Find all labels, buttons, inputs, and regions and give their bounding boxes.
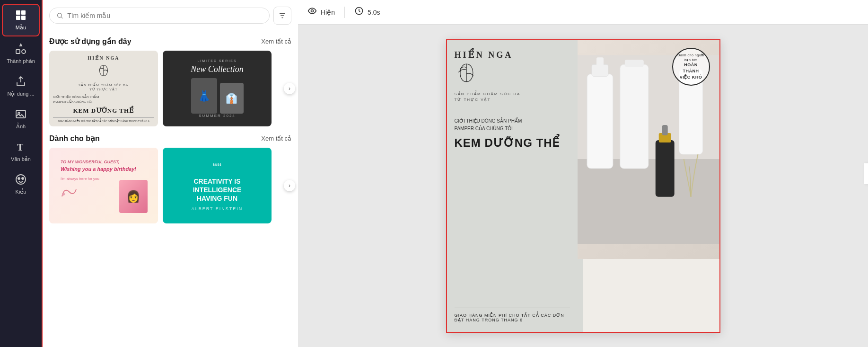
topbar-visible[interactable]: Hiện xyxy=(307,6,335,18)
sidebar-item-label-van-ban: Văn bản xyxy=(11,156,31,162)
svg-rect-0 xyxy=(16,10,20,15)
clock-icon xyxy=(354,6,364,18)
canvas-container: HIỂN NGA SẢN PHẨM CHĂM SÓC DA TỪ THỰC VẬ… xyxy=(298,25,868,347)
section1-title: Được sử dụng gần đây xyxy=(49,37,132,46)
svg-point-14 xyxy=(311,10,314,12)
section1-next-button[interactable]: › xyxy=(284,83,295,94)
birthday-content: TO MY WONDERFUL GUEST, Wishing you a hap… xyxy=(55,153,152,218)
t4-quote-text: CREATIVITY IS INTELLIGENCE HAVING FUN xyxy=(193,177,242,203)
sidebar-item-thanh-phan[interactable]: Thành phần xyxy=(2,38,40,69)
sidebar-item-label-anh: Ảnh xyxy=(16,124,26,130)
template-card-birthday[interactable]: TO MY WONDERFUL GUEST, Wishing you a hap… xyxy=(49,148,158,223)
panel-content: Được sử dụng gần đây Xem tất cả HIỂN NGA… xyxy=(43,29,298,347)
canvas-leaf-icon xyxy=(455,62,570,89)
birthday-deco xyxy=(60,185,79,199)
svg-text:T: T xyxy=(17,142,24,152)
filter-icon xyxy=(278,11,287,20)
birthday-footer: 👩 xyxy=(119,180,148,213)
top-bar: Hiện 5.0s xyxy=(298,0,868,25)
svg-rect-25 xyxy=(662,125,668,135)
svg-rect-20 xyxy=(596,57,604,67)
stamp-line5: VIỆC KHÓ xyxy=(680,74,702,80)
svg-rect-1 xyxy=(21,10,26,15)
sidebar-item-label-mau: Mẫu xyxy=(16,25,26,31)
canvas-stamp: Dành cho người bạn bè: HOÀN THÀNH VIỆC K… xyxy=(672,48,710,86)
sidebar-item-kieu[interactable]: Kiểu xyxy=(2,169,40,200)
sidebar-item-van-ban[interactable]: T Văn bản xyxy=(2,136,40,167)
topbar-duration-label: 5.0s xyxy=(368,9,380,16)
svg-point-9 xyxy=(16,175,26,184)
template-card-quote[interactable]: ““ CREATIVITY IS INTELLIGENCE HAVING FUN… xyxy=(163,148,272,223)
svg-point-10 xyxy=(18,178,20,179)
visible-icon xyxy=(307,6,317,18)
stamp-line1: Dành cho người xyxy=(677,53,704,58)
canvas-intro-text: GIỚI THIỆU DÒNG SẢN PHẨM PAMPER CỦA CHÚN… xyxy=(455,117,570,133)
template-card-cosmetic[interactable]: HIỂN NGA SẢN PHẨM CHĂM SÓC DA TỪ THỰC VẬ… xyxy=(49,51,158,126)
svg-rect-4 xyxy=(16,50,20,53)
topbar-visible-label: Hiện xyxy=(321,9,335,16)
canvas-product-name: KEM DƯỠNG THỂ xyxy=(455,136,570,150)
stamp-line2: bạn bè: xyxy=(684,58,697,62)
for-you-templates-row: TO MY WONDERFUL GUEST, Wishing you a hap… xyxy=(49,148,291,223)
t2-title: New Collection xyxy=(191,64,244,74)
stamp-line3: HOÀN xyxy=(684,62,698,68)
canvas-slide[interactable]: HIỂN NGA SẢN PHẨM CHĂM SÓC DA TỪ THỰC VẬ… xyxy=(446,39,720,333)
t1-subtitle: SẢN PHẨM CHĂM SÓC DA TỪ THỰC VẬT xyxy=(79,83,129,93)
recent-templates-row: HIỂN NGA SẢN PHẨM CHĂM SÓC DA TỪ THỰC VẬ… xyxy=(49,51,291,126)
topbar-duration[interactable]: 5.0s xyxy=(354,6,380,18)
canvas-left-content: HIỂN NGA SẢN PHẨM CHĂM SÓC DA TỪ THỰC VẬ… xyxy=(447,40,578,332)
t1-promo: GIAO HÀNG MIỄN PHÍ CHO TẤT CẢ CÁC ĐƠN ĐẶ… xyxy=(53,117,154,123)
sidebar-item-label-kieu: Kiểu xyxy=(16,189,26,195)
svg-point-5 xyxy=(22,50,26,53)
svg-rect-21 xyxy=(620,64,649,169)
sidebar: Mẫu Thành phần Nội dung ... xyxy=(0,0,43,347)
t2-series: LIMITED SERIES xyxy=(197,59,237,62)
svg-rect-18 xyxy=(587,74,613,169)
topbar-divider xyxy=(344,7,345,18)
templates-panel: Được sử dụng gần đây Xem tất cả HIỂN NGA… xyxy=(43,0,298,347)
grid-icon xyxy=(15,9,26,23)
search-input-wrap[interactable] xyxy=(49,8,270,24)
t2-date: SUMMER 2024 xyxy=(199,114,236,118)
canvas-subtitle: SẢN PHẨM CHĂM SÓC DA TỪ THỰC VẬT xyxy=(455,91,570,104)
sidebar-item-label-noi-dung: Nội dung ... xyxy=(7,91,34,97)
svg-rect-22 xyxy=(625,60,644,67)
filter-button[interactable] xyxy=(273,7,291,25)
svg-rect-17 xyxy=(578,159,719,244)
svg-point-13 xyxy=(62,193,65,196)
components-icon xyxy=(15,43,26,56)
svg-rect-3 xyxy=(21,16,26,20)
section1-header: Được sử dụng gần đây Xem tất cả xyxy=(49,37,291,46)
text-icon: T xyxy=(15,141,26,154)
t4-author: ALBERT EINSTEIN xyxy=(192,206,243,211)
t1-brand: HIỂN NGA xyxy=(88,55,120,61)
birthday-text: TO MY WONDERFUL GUEST, xyxy=(61,159,147,166)
t1-product: KEM DƯỠNG THỂ xyxy=(73,107,134,115)
t2-fashion-image: 👗 👔 xyxy=(191,78,244,114)
t4-quote-mark: ““ xyxy=(213,160,222,175)
search-bar xyxy=(49,7,291,25)
t1-leaf-icon xyxy=(96,63,111,80)
section2-next-button[interactable]: › xyxy=(284,180,295,191)
upload-icon xyxy=(15,76,26,89)
search-icon xyxy=(56,12,63,19)
svg-rect-23 xyxy=(656,140,675,197)
sidebar-item-anh[interactable]: Ảnh xyxy=(2,104,40,134)
canvas-promo: GIAO HÀNG MIỄN PHÍ CHO TẤT CẢ CÁC ĐƠN ĐẶ… xyxy=(455,308,570,322)
section2-see-all[interactable]: Xem tất cả xyxy=(261,135,291,142)
search-input[interactable] xyxy=(67,12,263,19)
svg-rect-2 xyxy=(16,16,20,20)
section2-header: Dành cho bạn Xem tất cả xyxy=(49,134,291,143)
template-card-collection[interactable]: LIMITED SERIES New Collection 👗 👔 SUMMER… xyxy=(163,51,272,126)
sidebar-item-mau[interactable]: Mẫu xyxy=(2,4,40,36)
style-icon xyxy=(15,174,26,187)
sidebar-item-noi-dung[interactable]: Nội dung ... xyxy=(2,71,40,102)
t1-intro: GIỚI THIỆU DÒNG SẢN PHẨMPAMPER CỦA CHÚNG… xyxy=(53,95,99,105)
stamp-line4: THÀNH xyxy=(683,68,699,74)
canvas-brand: HIỂN NGA xyxy=(455,50,570,60)
image-icon xyxy=(15,108,26,122)
birthday-wish: Wishing you a happy birthday! xyxy=(61,166,147,173)
canvas-area: Hiện 5.0s xyxy=(298,0,868,347)
svg-point-12 xyxy=(58,13,62,18)
section1-see-all[interactable]: Xem tất cả xyxy=(261,38,291,45)
